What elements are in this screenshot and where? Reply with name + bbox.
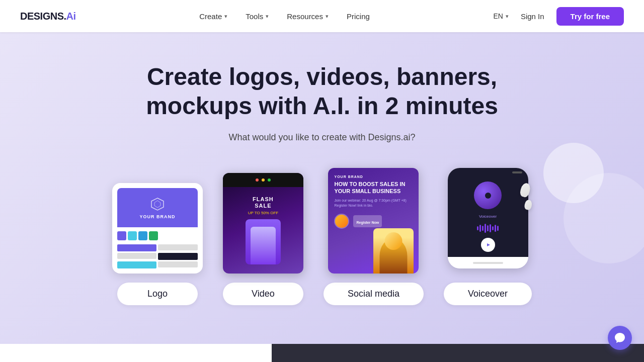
bottom-left: Create logos, videos,: [0, 344, 272, 362]
svg-marker-0: [151, 198, 164, 210]
social-person-photo: [373, 228, 414, 274]
logo[interactable]: DESIGNS.Ai: [20, 11, 76, 22]
vc-phone-header: [448, 168, 528, 176]
vc-disc: [474, 182, 502, 209]
nav-links: Create ▾ Tools ▾ Resources ▾ Pricing: [199, 12, 370, 21]
color-swatch-cyan: [128, 231, 137, 240]
chevron-down-icon: ▾: [224, 13, 227, 20]
social-title: HOW TO BOOST SALES IN YOUR SMALL BUSINES…: [334, 180, 413, 195]
nav-create[interactable]: Create ▾: [199, 12, 227, 21]
vc-phone-footer: [448, 257, 528, 268]
color-swatch-green: [149, 231, 158, 240]
social-subtitle: Join our webinar: 20 Aug @ 7:30pm (GMT +…: [334, 198, 413, 208]
hero-section: Create logos, videos, banners, mockups w…: [0, 32, 644, 344]
video-card-label[interactable]: Video: [223, 283, 303, 305]
social-card-label[interactable]: Social media: [324, 283, 424, 305]
navbar: DESIGNS.Ai Create ▾ Tools ▾ Resources ▾ …: [0, 0, 644, 32]
dot-green: [268, 178, 271, 182]
social-speaker-avatar: [334, 214, 349, 229]
try-for-free-button[interactable]: Try for free: [556, 7, 624, 26]
video-card-body: FLASHSALE UP TO 50% OFF: [223, 187, 303, 274]
logo-card-grid: [117, 244, 198, 268]
vc-waveform: [477, 224, 499, 233]
svg-marker-2: [487, 243, 490, 246]
video-card-image: FLASHSALE UP TO 50% OFF: [223, 173, 303, 274]
product-cards-row: YOUR BRAND Logo: [40, 168, 604, 305]
dot-red: [256, 178, 259, 182]
chevron-down-icon: ▾: [266, 13, 269, 20]
logo-card-header: YOUR BRAND: [117, 188, 198, 227]
vc-play-button[interactable]: [481, 238, 495, 252]
svg-marker-1: [154, 201, 160, 208]
video-card-item[interactable]: FLASHSALE UP TO 50% OFF Video: [223, 173, 303, 305]
social-card-item[interactable]: YOUR BRAND HOW TO BOOST SALES IN YOUR SM…: [324, 168, 424, 305]
video-figure: [246, 219, 281, 264]
flash-sale-discount: UP TO 50% OFF: [248, 211, 278, 215]
nav-resources[interactable]: Resources ▾: [287, 12, 329, 21]
social-card-image: YOUR BRAND HOW TO BOOST SALES IN YOUR SM…: [328, 168, 419, 274]
nav-pricing[interactable]: Pricing: [347, 12, 370, 21]
color-swatch-blue: [138, 231, 147, 240]
flash-sale-text: FLASHSALE: [253, 196, 274, 209]
bottom-section: Create logos, videos,: [0, 344, 644, 362]
video-person: [251, 227, 276, 264]
nav-right: EN ▾ Sign In Try for free: [493, 7, 624, 26]
voiceover-card-item[interactable]: Voiceover: [444, 168, 532, 305]
bottom-title: Create logos, videos,: [40, 359, 222, 362]
language-selector[interactable]: EN ▾: [493, 12, 508, 20]
voiceover-card-label[interactable]: Voiceover: [444, 283, 532, 305]
hero-subtitle: What would you like to create with Desig…: [40, 132, 604, 143]
logo-card-color-swatches: [117, 229, 198, 242]
logo-text: DESIGNS.Ai: [20, 11, 76, 22]
voiceover-card-wrapper: Voiceover: [448, 168, 528, 274]
voiceover-card-image: Voiceover: [448, 168, 528, 268]
vc-track-name: Voiceover: [479, 214, 497, 219]
bottom-video-area: [272, 344, 644, 362]
logo-card-label[interactable]: Logo: [117, 283, 198, 305]
dot-yellow: [262, 178, 265, 182]
color-swatch-purple: [117, 231, 126, 240]
logo-card-item[interactable]: YOUR BRAND Logo: [112, 183, 203, 305]
vc-phone-body: Voiceover: [448, 176, 528, 257]
earbuds-icon: [521, 183, 543, 218]
vc-disc-center: [485, 193, 491, 199]
logo-card-image: YOUR BRAND: [112, 183, 203, 274]
video-card-top-bar: [223, 173, 303, 187]
chat-bubble-button[interactable]: [608, 326, 632, 350]
chevron-down-icon: ▾: [326, 13, 329, 20]
hero-title: Create logos, videos, banners, mockups w…: [96, 62, 548, 120]
vc-speaker: [512, 171, 522, 173]
social-brand: YOUR BRAND: [334, 175, 413, 178]
sign-in-link[interactable]: Sign In: [521, 12, 544, 21]
chevron-down-icon: ▾: [506, 13, 509, 20]
logo-card-brand-text: YOUR BRAND: [139, 214, 175, 219]
social-register-btn[interactable]: Register Now: [353, 215, 382, 227]
nav-tools[interactable]: Tools ▾: [246, 12, 269, 21]
